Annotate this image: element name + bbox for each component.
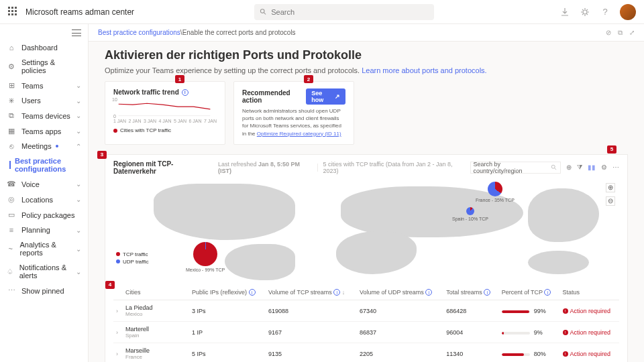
pin-mexico[interactable]: Mexico - 99% TCP [186, 242, 225, 272]
traffic-legend: Cities with TCP traffic [113, 127, 217, 133]
region-search[interactable]: Search by country/city/region [470, 162, 561, 174]
table-row: › MarseilleFrance 5 IPs 9135 2205 11340 … [113, 343, 619, 362]
traffic-card-title: Network traffic trend [113, 88, 179, 96]
nav-icon: ⚙ [7, 62, 16, 71]
breadcrumb-bar: Best practice configurations \ Enable th… [89, 24, 644, 42]
city-name: Marseille [125, 347, 186, 354]
status-badge[interactable]: !Action required [563, 308, 616, 314]
nav-item-teams-apps[interactable]: ▦ Teams apps ⌄ [0, 123, 88, 139]
page-title: Aktivieren der richtigen Ports und Proto… [105, 48, 628, 62]
col-status[interactable]: Status [560, 285, 619, 300]
nav-icon: ⧉ [7, 111, 16, 120]
optimize-link[interactable]: Optimize Required category (ID 11) [257, 131, 341, 137]
sidebar: ⌂ Dashboard ⚙ Settings & policies ⊞ Team… [0, 24, 89, 362]
nav-item-teams-devices[interactable]: ⧉ Teams devices ⌄ [0, 108, 88, 123]
crumb-leaf: Enable the correct ports and protocols [182, 29, 296, 36]
col-udp[interactable]: Volume of UDP streams [360, 289, 424, 296]
table-row: › La PiedadMexico 3 IPs 619088 67340 686… [113, 300, 619, 322]
status-badge[interactable]: !Action required [563, 329, 616, 336]
info-icon[interactable]: i [333, 289, 340, 296]
nav-label: Best practice configurations [15, 157, 81, 173]
search-input[interactable] [271, 8, 429, 16]
nav-item-analytics-reports[interactable]: ~ Analytics & reports ⌄ [0, 237, 88, 260]
nav-item-dashboard[interactable]: ⌂ Dashboard [0, 40, 88, 55]
warning-icon: ! [563, 330, 568, 335]
nav-item-voice[interactable]: ☎ Voice ⌄ [0, 176, 88, 192]
nav-label: Teams apps [21, 127, 61, 135]
nav-item-settings-policies[interactable]: ⚙ Settings & policies [0, 55, 88, 78]
cell-tcp: 9135 [266, 343, 357, 362]
nav-item-best-practice-configurations[interactable]: Best practice configurations [0, 154, 88, 176]
svg-line-1 [264, 12, 266, 14]
chevron-down-icon: ⌄ [76, 227, 81, 234]
reco-title-row: Recommended action See how ↗ [242, 88, 345, 105]
filter-icon[interactable]: ⧩ [577, 164, 582, 172]
expand-row-button[interactable]: › [113, 300, 123, 322]
globe-icon[interactable]: ⊕ [566, 164, 572, 171]
copy-icon[interactable]: ⧉ [618, 29, 623, 37]
nav-label: Users [21, 97, 41, 105]
nav-label: Teams devices [21, 112, 70, 120]
regions-panel: 3 5 Regionen mit TCP-Datenverkehr Last r… [105, 154, 628, 362]
world-map[interactable]: TCP traffic UDP traffic Mexico - 99% TCP… [113, 178, 619, 285]
expand-row-button[interactable]: › [113, 343, 123, 362]
info-icon[interactable]: i [249, 289, 256, 296]
nav-icon: ☎ [7, 180, 16, 188]
crumb-root[interactable]: Best practice configurations [98, 29, 180, 36]
country-name: France [125, 354, 186, 360]
cell-total: 96004 [443, 322, 498, 343]
nav-icon: ⛯ [7, 97, 16, 105]
table-row: › MarterellSpain 1 IP 9167 86837 96004 9… [113, 322, 619, 343]
nav-label: Policy packages [21, 211, 75, 219]
info-icon[interactable]: i [544, 289, 551, 296]
nav-item-notifications-alerts[interactable]: ♤ Notifications & alerts ⌄ [0, 260, 88, 283]
help-icon[interactable]: ? [600, 7, 610, 17]
col-total[interactable]: Total streams [446, 289, 482, 296]
nav-item-planning[interactable]: ≡ Planning ⌄ [0, 223, 88, 237]
callout-4: 4 [105, 281, 115, 289]
chevron-down-icon: ⌄ [76, 196, 81, 203]
gear-icon[interactable] [580, 7, 590, 17]
col-pct[interactable]: Percent of TCP [502, 289, 543, 296]
info-icon[interactable]: i [425, 289, 432, 296]
expand-row-button[interactable]: › [113, 322, 123, 343]
zoom-in-button[interactable]: ⊕ [606, 183, 615, 192]
avatar[interactable] [620, 4, 636, 20]
col-tcp[interactable]: Volume of TCP streams [268, 289, 332, 296]
see-how-button[interactable]: See how ↗ [306, 88, 345, 105]
map-icon[interactable]: ▮▮ [588, 164, 596, 171]
search-icon [260, 8, 267, 16]
sidebar-collapse[interactable] [0, 27, 88, 40]
expand-icon[interactable]: ⤢ [629, 29, 635, 37]
col-cities[interactable]: Cities [123, 285, 189, 300]
panel-meta: 5 cities with TCP traffic (Data from Jan… [323, 161, 465, 174]
more-icon[interactable]: ⋯ [612, 164, 619, 171]
notification-dot [56, 145, 58, 147]
info-icon[interactable]: i [182, 89, 189, 96]
city-name: La Piedad [125, 304, 186, 311]
global-search[interactable] [254, 4, 434, 20]
callout-1: 1 [175, 75, 184, 83]
nav-show-pinned[interactable]: ⋯Show pinned [0, 283, 88, 298]
learn-more-link[interactable]: Learn more about ports and protocols. [362, 66, 487, 74]
city-name: Marterell [125, 326, 186, 333]
nav-item-users[interactable]: ⛯ Users ⌄ [0, 93, 88, 108]
zoom-controls: ⊕ ⊖ [606, 183, 615, 206]
pin-spain[interactable]: Spain - 10% TCP [452, 207, 488, 221]
nav-label: Dashboard [21, 44, 58, 52]
sort-icon[interactable]: ↓ [342, 289, 345, 296]
nav-item-policy-packages[interactable]: ▭ Policy packages [0, 207, 88, 223]
settings-icon[interactable]: ⚙ [601, 164, 607, 171]
col-ips[interactable]: Public IPs (reflexive) [192, 289, 247, 296]
hide-icon[interactable]: ⊘ [606, 29, 611, 37]
waffle-icon[interactable] [8, 7, 19, 17]
info-icon[interactable]: i [484, 289, 490, 296]
nav-item-locations[interactable]: ◎ Locations ⌄ [0, 192, 88, 207]
download-icon[interactable] [559, 7, 570, 17]
panel-title: Regionen mit TCP-Datenverkehr [113, 160, 213, 175]
status-badge[interactable]: !Action required [563, 351, 616, 357]
nav-item-meetings[interactable]: ⎋ Meetings ⌃ [0, 139, 88, 154]
pin-france[interactable]: France - 35% TCP [476, 182, 515, 202]
zoom-out-button[interactable]: ⊖ [606, 196, 615, 206]
nav-item-teams[interactable]: ⊞ Teams ⌄ [0, 78, 88, 93]
